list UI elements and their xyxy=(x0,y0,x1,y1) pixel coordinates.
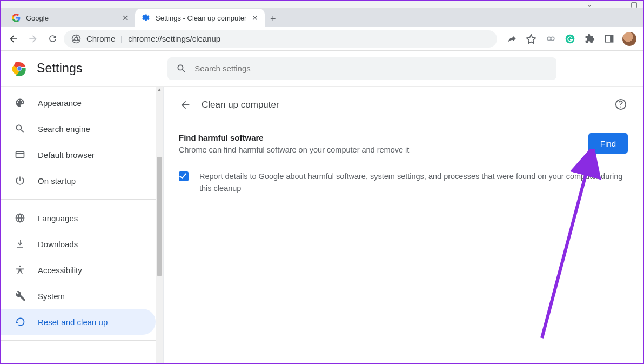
sidebar-divider xyxy=(1,199,156,200)
address-bar[interactable]: Chrome | chrome://settings/cleanup xyxy=(64,30,497,48)
url-path: chrome://settings/cleanup xyxy=(128,34,220,43)
wrench-icon xyxy=(14,290,26,302)
sidebar-item-on-startup[interactable]: On startup xyxy=(1,168,156,194)
back-button[interactable] xyxy=(5,31,22,47)
svg-point-4 xyxy=(551,37,554,40)
browser-icon xyxy=(14,149,26,161)
report-checkbox[interactable] xyxy=(179,171,189,181)
sidebar-item-system[interactable]: System xyxy=(1,283,156,309)
window-titlebar: ⌄ — ▢ xyxy=(1,1,643,8)
svg-rect-7 xyxy=(610,35,613,42)
tab-title: Settings - Clean up computer xyxy=(156,14,246,22)
link-icon[interactable] xyxy=(545,33,556,45)
find-button[interactable]: Find xyxy=(588,133,628,154)
sidebar-item-search-engine[interactable]: Search engine xyxy=(1,116,156,142)
sidebar-divider xyxy=(1,340,156,341)
google-favicon xyxy=(12,14,21,22)
search-settings-box[interactable] xyxy=(167,57,556,80)
tab-google[interactable]: Google ✕ xyxy=(5,9,135,27)
reload-button[interactable] xyxy=(44,31,61,47)
download-icon xyxy=(14,238,26,250)
sidebar-item-appearance[interactable]: Appearance xyxy=(1,90,156,116)
sidebar-item-languages[interactable]: Languages xyxy=(1,205,156,231)
svg-point-5 xyxy=(566,34,575,43)
content-title: Clean up computer xyxy=(202,100,279,110)
sidebar-item-accessibility[interactable]: Accessibility xyxy=(1,257,156,283)
url-scheme-label: Chrome xyxy=(86,34,115,43)
sidebar-item-label: Languages xyxy=(38,214,78,223)
extension-area xyxy=(500,32,639,46)
chrome-logo xyxy=(12,61,27,76)
settings-favicon xyxy=(142,14,150,22)
grammarly-icon[interactable] xyxy=(564,33,576,45)
sidebar-item-default-browser[interactable]: Default browser xyxy=(1,142,156,168)
settings-sidebar: Appearance Search engine Default browser… xyxy=(1,87,156,341)
search-icon xyxy=(14,123,26,135)
tab-title: Google xyxy=(26,14,117,22)
page-title: Settings xyxy=(37,61,83,76)
section-title: Find harmful software xyxy=(179,133,578,142)
section-subtitle: Chrome can find harmful software on your… xyxy=(179,145,578,154)
share-icon[interactable] xyxy=(506,33,518,45)
close-tab-icon[interactable]: ✕ xyxy=(252,14,258,22)
main-content: Clean up computer Find harmful software … xyxy=(163,87,643,364)
search-icon xyxy=(176,63,187,74)
accessibility-icon xyxy=(14,264,26,276)
globe-icon xyxy=(14,212,26,224)
forward-button[interactable] xyxy=(25,31,41,47)
chrome-icon xyxy=(71,34,81,44)
browser-toolbar: Chrome | chrome://settings/cleanup xyxy=(1,27,643,51)
close-tab-icon[interactable]: ✕ xyxy=(122,14,129,22)
sidebar-item-label: Downloads xyxy=(38,240,78,249)
sidebar-item-label: Search engine xyxy=(38,124,90,134)
sidebar-item-label: Default browser xyxy=(38,150,95,160)
palette-icon xyxy=(14,97,26,109)
sidebar-item-label: Reset and clean up xyxy=(38,317,108,327)
sidebar-item-downloads[interactable]: Downloads xyxy=(1,231,156,257)
window-dropdown-icon[interactable]: ⌄ xyxy=(586,0,593,9)
sidebar-item-label: On startup xyxy=(38,176,76,186)
svg-rect-11 xyxy=(16,151,24,158)
new-tab-button[interactable]: + xyxy=(265,11,281,27)
sidebar-item-reset-cleanup[interactable]: Reset and clean up xyxy=(1,309,156,335)
profile-avatar[interactable] xyxy=(622,32,636,46)
power-icon xyxy=(14,175,26,187)
window-maximize-icon[interactable]: ▢ xyxy=(630,0,638,9)
svg-point-14 xyxy=(19,266,21,267)
extensions-puzzle-icon[interactable] xyxy=(583,33,595,45)
sidebar-item-label: Accessibility xyxy=(38,266,82,275)
content-back-button[interactable] xyxy=(179,98,192,111)
sidebar-item-label: Appearance xyxy=(38,98,82,108)
sidebar-scrollbar[interactable]: ▲ xyxy=(156,87,163,364)
settings-header: Settings xyxy=(1,51,643,87)
bookmark-star-icon[interactable] xyxy=(525,33,537,45)
scrollbar-thumb[interactable] xyxy=(157,157,162,276)
search-settings-input[interactable] xyxy=(194,64,548,73)
help-icon[interactable] xyxy=(615,98,628,111)
scroll-up-arrow[interactable]: ▲ xyxy=(156,87,163,92)
window-minimize-icon[interactable]: — xyxy=(608,0,615,9)
separator: | xyxy=(120,34,123,43)
tab-strip: Google ✕ Settings - Clean up computer ✕ … xyxy=(1,8,643,27)
restore-icon xyxy=(14,316,26,328)
tab-settings[interactable]: Settings - Clean up computer ✕ xyxy=(135,9,265,27)
report-text: Report details to Google about harmful s… xyxy=(199,170,628,195)
svg-point-3 xyxy=(547,37,551,40)
sidebar-item-label: System xyxy=(38,292,65,301)
sidepanel-icon[interactable] xyxy=(603,33,615,45)
svg-point-2 xyxy=(75,37,78,41)
